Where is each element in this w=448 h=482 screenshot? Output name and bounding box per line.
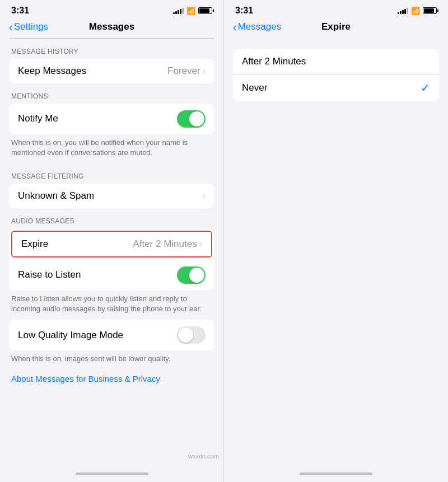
chevron-right-icon: › (203, 66, 206, 76)
raise-to-listen-label: Raise to Listen (18, 269, 81, 280)
card-filtering: Unknown & Spam › (9, 184, 214, 208)
expire-highlight-border: Expire After 2 Minutes › (11, 231, 212, 258)
row-expire[interactable]: Expire After 2 Minutes › (12, 232, 211, 256)
status-time-left: 3:31 (11, 6, 29, 16)
row-low-quality-image-mode: Low Quality Image Mode (9, 320, 214, 350)
card-low-quality: Low Quality Image Mode (9, 320, 214, 350)
signal-icon-right (398, 8, 408, 14)
chevron-right-icon-expire: › (199, 239, 202, 249)
home-bar-left (76, 472, 148, 475)
status-icons-right: 📶 (398, 7, 437, 15)
status-time-right: 3:31 (235, 6, 253, 16)
status-bar-left: 3:31 📶 (0, 0, 223, 19)
section-header-mentions: MENTIONS (0, 83, 223, 104)
never-label: Never (242, 82, 267, 93)
chevron-right-icon-spam: › (203, 191, 206, 201)
row-keep-messages[interactable]: Keep Messages Forever › (9, 59, 214, 83)
battery-icon (198, 7, 212, 14)
nav-bar-left: ‹ Settings Messages (0, 19, 223, 38)
expire-option-never[interactable]: Never ✓ (233, 74, 439, 101)
checkmark-icon: ✓ (421, 81, 430, 95)
back-button-left[interactable]: ‹ Settings (9, 21, 48, 32)
toggle-thumb-lq (178, 327, 193, 343)
toggle-thumb (189, 111, 204, 127)
low-quality-footer: When this is on, images sent will be low… (0, 350, 223, 369)
wifi-icon-right: 📶 (411, 7, 420, 15)
raise-to-listen-toggle[interactable] (177, 266, 206, 284)
back-label-right: Messages (238, 21, 281, 32)
expire-value: After 2 Minutes › (133, 238, 202, 250)
expire-option-after-2-minutes[interactable]: After 2 Minutes (233, 49, 439, 74)
signal-icon (173, 8, 184, 14)
after-2-minutes-label: After 2 Minutes (242, 56, 306, 67)
section-low-quality: Low Quality Image Mode When this is on, … (0, 320, 223, 369)
back-button-right[interactable]: ‹ Messages (233, 21, 281, 32)
section-header-message-history: MESSAGE HISTORY (0, 39, 223, 59)
right-panel: 3:31 📶 ‹ Messages Expire After 2 Mi (224, 0, 448, 482)
row-notify-me: Notify Me (9, 104, 214, 134)
back-label-left: Settings (14, 21, 48, 32)
unknown-spam-label: Unknown & Spam (18, 190, 94, 202)
section-mentions: MENTIONS Notify Me When this is on, you … (0, 83, 223, 163)
keep-messages-value: Forever › (167, 65, 206, 77)
card-mentions: Notify Me (9, 104, 214, 134)
chevron-left-icon-right: ‹ (233, 21, 237, 32)
home-bar-right (300, 472, 372, 475)
section-message-history: MESSAGE HISTORY Keep Messages Forever › (0, 39, 223, 83)
scroll-content-left: MESSAGE HISTORY Keep Messages Forever › … (0, 38, 223, 465)
notify-me-toggle[interactable] (177, 110, 206, 128)
status-bar-right: 3:31 📶 (224, 0, 448, 19)
card-audio: Expire After 2 Minutes › Raise to Listen (9, 228, 214, 291)
keep-messages-label: Keep Messages (18, 65, 86, 77)
nav-bar-right: ‹ Messages Expire (224, 19, 448, 38)
row-raise-to-listen: Raise to Listen (9, 260, 214, 291)
low-quality-toggle[interactable] (177, 326, 206, 344)
expire-options: After 2 Minutes Never ✓ (224, 49, 448, 101)
section-audio-messages: AUDIO MESSAGES Expire After 2 Minutes › … (0, 208, 223, 320)
watermark: wxxdn.com (188, 453, 219, 460)
card-message-history: Keep Messages Forever › (9, 59, 214, 83)
chevron-left-icon: ‹ (9, 21, 13, 32)
home-indicator-right (224, 465, 448, 482)
low-quality-label: Low Quality Image Mode (18, 330, 123, 341)
expire-label: Expire (21, 238, 48, 250)
battery-icon-right (423, 7, 437, 14)
row-unknown-spam[interactable]: Unknown & Spam › (9, 184, 214, 208)
notify-me-label: Notify Me (18, 113, 58, 124)
page-title-left: Messages (89, 21, 134, 32)
audio-footer: Raise to Listen allows you to quickly li… (0, 291, 223, 320)
section-message-filtering: MESSAGE FILTERING Unknown & Spam › (0, 163, 223, 208)
status-icons-left: 📶 (173, 7, 212, 15)
messages-business-link[interactable]: About Messages for Business & Privacy (11, 374, 160, 383)
expire-options-card: After 2 Minutes Never ✓ (233, 49, 439, 101)
left-panel: 3:31 📶 ‹ Settings Messages MESSAG (0, 0, 224, 482)
toggle-thumb-raise (189, 268, 204, 283)
wifi-icon: 📶 (186, 7, 195, 15)
section-header-audio: AUDIO MESSAGES (0, 208, 223, 228)
link-container: About Messages for Business & Privacy (0, 369, 223, 393)
home-indicator-left (0, 465, 223, 482)
page-title-right: Expire (321, 21, 351, 32)
mentions-footer: When this is on, you will be notified wh… (0, 134, 223, 163)
section-header-filtering: MESSAGE FILTERING (0, 163, 223, 184)
